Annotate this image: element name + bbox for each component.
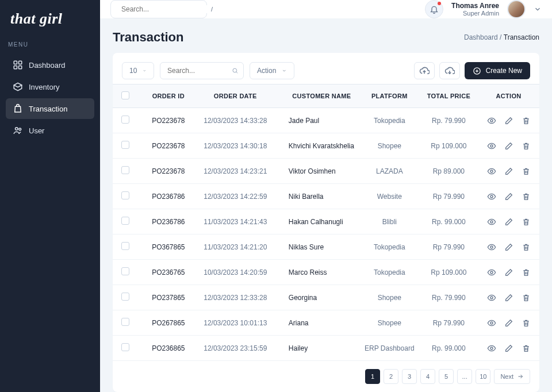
table-search-input[interactable] <box>167 67 226 75</box>
global-search-input[interactable] <box>121 5 208 13</box>
row-checkbox[interactable] <box>121 267 129 275</box>
row-checkbox[interactable] <box>121 217 129 225</box>
cell-total: Rp. 79.990 <box>420 108 478 133</box>
global-search[interactable]: / <box>110 0 207 18</box>
select-all-checkbox[interactable] <box>121 91 129 99</box>
page-title: Transaction <box>113 30 183 45</box>
eye-icon[interactable] <box>487 141 496 151</box>
eye-icon[interactable] <box>487 167 496 176</box>
eye-icon[interactable] <box>487 293 496 302</box>
eye-icon[interactable] <box>487 243 496 252</box>
avatar[interactable] <box>507 0 526 18</box>
row-actions <box>482 293 535 302</box>
breadcrumb-root[interactable]: Dashboard <box>464 33 498 41</box>
row-actions <box>482 243 535 252</box>
row-checkbox[interactable] <box>121 318 129 326</box>
trash-icon[interactable] <box>522 293 531 302</box>
sidebar-item-user[interactable]: User <box>6 120 94 141</box>
pagesize-select[interactable]: 10 <box>122 62 154 79</box>
page-button[interactable]: 2 <box>384 369 398 384</box>
eye-icon[interactable] <box>487 344 496 353</box>
trash-icon[interactable] <box>522 167 531 176</box>
table-row: PO22367812/03/2023 14:30:18Khvichi Kvara… <box>113 133 539 159</box>
sidebar-nav: Dashboard Inventory Transaction User <box>0 55 100 141</box>
trash-icon[interactable] <box>522 268 531 277</box>
sidebar-item-transaction[interactable]: Transaction <box>6 98 94 119</box>
upload-button[interactable] <box>414 62 435 79</box>
row-actions <box>482 268 535 277</box>
notification-dot <box>438 2 441 5</box>
header: / Thomas Anree Super Admin <box>100 0 552 18</box>
pagesize-value: 10 <box>129 67 137 75</box>
download-button[interactable] <box>439 62 460 79</box>
row-checkbox[interactable] <box>121 141 129 149</box>
row-checkbox[interactable] <box>121 166 129 174</box>
user-info: Thomas Anree Super Admin <box>451 2 499 17</box>
edit-icon[interactable] <box>504 116 513 125</box>
chevron-down-icon[interactable] <box>534 5 542 13</box>
cell-order-id: PO236765 <box>139 260 198 285</box>
row-checkbox[interactable] <box>121 343 129 351</box>
page-button[interactable]: 5 <box>439 369 454 384</box>
edit-icon[interactable] <box>504 243 513 252</box>
page-button[interactable]: 3 <box>402 369 417 384</box>
row-checkbox[interactable] <box>121 242 129 250</box>
toolbar: 10 Action <box>113 53 539 84</box>
trash-icon[interactable] <box>522 116 531 125</box>
eye-icon[interactable] <box>487 192 496 201</box>
edit-icon[interactable] <box>504 293 513 302</box>
edit-icon[interactable] <box>504 268 513 277</box>
svg-point-12 <box>490 221 493 223</box>
cell-customer: Hailey <box>273 336 359 361</box>
transactions-table: ORDER ID ORDER DATE CUSTOMER NAME PLATFO… <box>113 84 539 361</box>
cell-customer: Niki Barella <box>273 184 359 209</box>
edit-icon[interactable] <box>504 141 513 151</box>
action-select[interactable]: Action <box>250 62 294 79</box>
create-new-button[interactable]: Create New <box>465 62 530 79</box>
page-button[interactable]: 4 <box>420 369 435 384</box>
trash-icon[interactable] <box>522 192 531 201</box>
row-checkbox[interactable] <box>121 293 129 301</box>
cell-total: Rp 79.990 <box>420 184 478 209</box>
cell-total: Rp 79.990 <box>420 235 478 260</box>
eye-icon[interactable] <box>487 116 496 125</box>
edit-icon[interactable] <box>504 192 513 201</box>
edit-icon[interactable] <box>504 217 513 226</box>
page-button[interactable]: 10 <box>476 369 490 384</box>
eye-icon[interactable] <box>487 318 496 328</box>
cell-total: Rp. 99.000 <box>420 336 478 361</box>
row-checkbox[interactable] <box>121 191 129 199</box>
edit-icon[interactable] <box>504 344 513 353</box>
cell-platform: Tokopedia <box>359 260 420 285</box>
trash-icon[interactable] <box>522 141 531 151</box>
eye-icon[interactable] <box>487 268 496 277</box>
row-actions <box>482 318 535 328</box>
transaction-card: 10 Action <box>113 53 539 392</box>
cell-order-id: PO267865 <box>139 310 198 336</box>
row-actions <box>482 344 535 353</box>
sidebar-item-inventory[interactable]: Inventory <box>6 76 94 97</box>
user-role: Super Admin <box>451 10 499 17</box>
page-button[interactable]: 1 <box>365 369 380 384</box>
svg-point-8 <box>490 120 493 122</box>
trash-icon[interactable] <box>522 318 531 328</box>
cell-order-date: 12/03/2023 12:33:28 <box>198 285 273 310</box>
trash-icon[interactable] <box>522 217 531 226</box>
notifications-button[interactable] <box>425 0 443 18</box>
table-search[interactable] <box>160 62 244 79</box>
row-checkbox[interactable] <box>121 116 129 124</box>
sidebar: that girl MENU Dashboard Inventory Trans… <box>0 0 100 392</box>
svg-point-5 <box>19 128 21 130</box>
edit-icon[interactable] <box>504 167 513 176</box>
table-row: PO23678612/03/2023 14:22:59Niki BarellaW… <box>113 184 539 209</box>
cell-platform: Blibli <box>359 209 420 235</box>
trash-icon[interactable] <box>522 344 531 353</box>
next-page-button[interactable]: Next <box>494 369 530 384</box>
chevron-down-icon <box>143 67 147 74</box>
edit-icon[interactable] <box>504 318 513 328</box>
cell-order-id: PO237865 <box>139 285 198 310</box>
sidebar-item-dashboard[interactable]: Dashboard <box>6 55 94 75</box>
eye-icon[interactable] <box>487 217 496 226</box>
svg-point-14 <box>490 271 493 274</box>
trash-icon[interactable] <box>522 243 531 252</box>
